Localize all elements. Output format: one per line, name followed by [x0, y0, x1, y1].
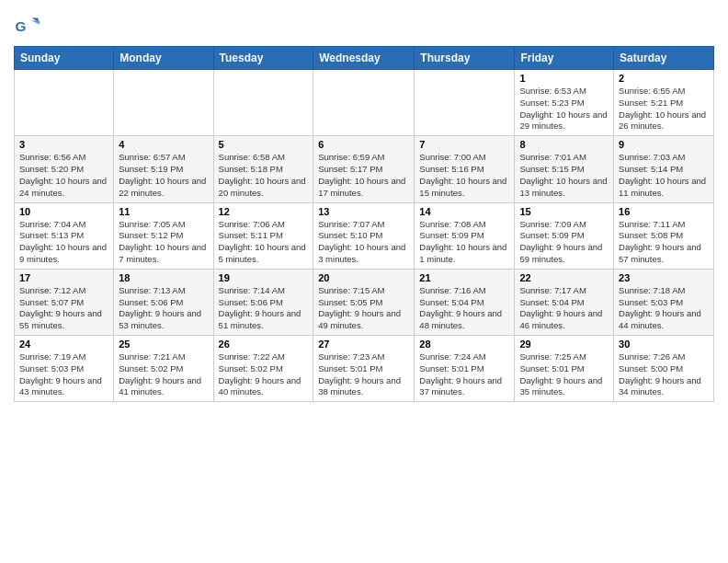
day-info: Sunrise: 7:23 AM Sunset: 5:01 PM Dayligh…	[318, 351, 409, 398]
day-info: Sunrise: 7:03 AM Sunset: 5:14 PM Dayligh…	[619, 152, 709, 199]
calendar-cell	[213, 70, 313, 136]
day-number: 30	[619, 339, 709, 350]
day-info: Sunrise: 7:26 AM Sunset: 5:00 PM Dayligh…	[619, 351, 709, 398]
day-info: Sunrise: 7:16 AM Sunset: 5:04 PM Dayligh…	[419, 285, 509, 332]
calendar-cell: 2Sunrise: 6:55 AM Sunset: 5:21 PM Daylig…	[614, 70, 714, 136]
calendar-cell: 4Sunrise: 6:57 AM Sunset: 5:19 PM Daylig…	[114, 136, 213, 202]
day-info: Sunrise: 6:59 AM Sunset: 5:17 PM Dayligh…	[318, 152, 409, 199]
calendar-cell: 17Sunrise: 7:12 AM Sunset: 5:07 PM Dayli…	[15, 269, 114, 335]
day-info: Sunrise: 7:17 AM Sunset: 5:04 PM Dayligh…	[519, 285, 609, 332]
day-number: 16	[619, 206, 709, 217]
day-info: Sunrise: 6:53 AM Sunset: 5:23 PM Dayligh…	[519, 86, 609, 132]
svg-text:G: G	[15, 18, 26, 34]
calendar-cell: 7Sunrise: 7:00 AM Sunset: 5:16 PM Daylig…	[415, 136, 515, 202]
logo-icon: G	[14, 13, 40, 39]
calendar-cell: 22Sunrise: 7:17 AM Sunset: 5:04 PM Dayli…	[515, 269, 614, 335]
calendar-cell	[114, 70, 213, 136]
day-info: Sunrise: 7:22 AM Sunset: 5:02 PM Dayligh…	[219, 351, 309, 398]
day-info: Sunrise: 7:13 AM Sunset: 5:06 PM Dayligh…	[119, 285, 208, 332]
calendar-cell: 16Sunrise: 7:11 AM Sunset: 5:08 PM Dayli…	[614, 202, 714, 269]
day-number: 20	[318, 272, 409, 283]
calendar-cell: 3Sunrise: 6:56 AM Sunset: 5:20 PM Daylig…	[15, 136, 114, 202]
calendar-table: SundayMondayTuesdayWednesdayThursdayFrid…	[14, 46, 714, 402]
day-number: 19	[219, 272, 309, 283]
day-number: 25	[119, 339, 208, 350]
day-number: 7	[419, 139, 509, 150]
calendar-cell: 20Sunrise: 7:15 AM Sunset: 5:05 PM Dayli…	[313, 269, 415, 335]
calendar-cell: 1Sunrise: 6:53 AM Sunset: 5:23 PM Daylig…	[515, 70, 614, 136]
day-info: Sunrise: 7:18 AM Sunset: 5:03 PM Dayligh…	[619, 285, 709, 332]
calendar-cell: 11Sunrise: 7:05 AM Sunset: 5:12 PM Dayli…	[114, 202, 213, 269]
calendar-cell: 24Sunrise: 7:19 AM Sunset: 5:03 PM Dayli…	[15, 336, 114, 402]
day-info: Sunrise: 7:01 AM Sunset: 5:15 PM Dayligh…	[519, 152, 609, 199]
calendar-cell: 30Sunrise: 7:26 AM Sunset: 5:00 PM Dayli…	[614, 336, 714, 402]
calendar-header-row: SundayMondayTuesdayWednesdayThursdayFrid…	[15, 47, 714, 70]
day-info: Sunrise: 7:09 AM Sunset: 5:09 PM Dayligh…	[519, 219, 609, 266]
calendar-week-row-2: 3Sunrise: 6:56 AM Sunset: 5:20 PM Daylig…	[15, 136, 714, 202]
calendar-cell: 25Sunrise: 7:21 AM Sunset: 5:02 PM Dayli…	[114, 336, 213, 402]
day-info: Sunrise: 6:57 AM Sunset: 5:19 PM Dayligh…	[119, 152, 208, 199]
calendar-cell: 14Sunrise: 7:08 AM Sunset: 5:09 PM Dayli…	[415, 202, 515, 269]
day-number: 26	[219, 339, 309, 350]
calendar-weekday-thursday: Thursday	[415, 47, 515, 70]
day-number: 4	[119, 139, 208, 150]
day-number: 17	[19, 272, 108, 283]
day-number: 3	[19, 139, 108, 150]
page: G SundayMondayTuesdayWednesdayThursdayFr…	[0, 0, 728, 563]
calendar-cell: 8Sunrise: 7:01 AM Sunset: 5:15 PM Daylig…	[515, 136, 614, 202]
calendar-cell	[313, 70, 415, 136]
day-info: Sunrise: 7:15 AM Sunset: 5:05 PM Dayligh…	[318, 285, 409, 332]
day-number: 10	[19, 206, 108, 217]
calendar-weekday-tuesday: Tuesday	[213, 47, 313, 70]
calendar-cell: 13Sunrise: 7:07 AM Sunset: 5:10 PM Dayli…	[313, 202, 415, 269]
calendar-cell: 19Sunrise: 7:14 AM Sunset: 5:06 PM Dayli…	[213, 269, 313, 335]
calendar-cell: 12Sunrise: 7:06 AM Sunset: 5:11 PM Dayli…	[213, 202, 313, 269]
calendar-cell: 6Sunrise: 6:59 AM Sunset: 5:17 PM Daylig…	[313, 136, 415, 202]
calendar-week-row-4: 17Sunrise: 7:12 AM Sunset: 5:07 PM Dayli…	[15, 269, 714, 335]
calendar-cell: 27Sunrise: 7:23 AM Sunset: 5:01 PM Dayli…	[313, 336, 415, 402]
day-number: 13	[318, 206, 409, 217]
logo: G	[14, 13, 43, 39]
day-number: 11	[119, 206, 208, 217]
day-info: Sunrise: 7:14 AM Sunset: 5:06 PM Dayligh…	[219, 285, 309, 332]
day-number: 22	[519, 272, 609, 283]
day-info: Sunrise: 7:06 AM Sunset: 5:11 PM Dayligh…	[219, 219, 309, 266]
calendar-week-row-5: 24Sunrise: 7:19 AM Sunset: 5:03 PM Dayli…	[15, 336, 714, 402]
day-number: 2	[619, 73, 709, 84]
day-number: 12	[219, 206, 309, 217]
day-info: Sunrise: 7:04 AM Sunset: 5:13 PM Dayligh…	[19, 219, 108, 266]
day-number: 18	[119, 272, 208, 283]
day-info: Sunrise: 6:56 AM Sunset: 5:20 PM Dayligh…	[19, 152, 108, 199]
calendar-cell: 23Sunrise: 7:18 AM Sunset: 5:03 PM Dayli…	[614, 269, 714, 335]
day-number: 21	[419, 272, 509, 283]
day-number: 1	[519, 73, 609, 84]
calendar-cell: 9Sunrise: 7:03 AM Sunset: 5:14 PM Daylig…	[614, 136, 714, 202]
calendar-cell: 29Sunrise: 7:25 AM Sunset: 5:01 PM Dayli…	[515, 336, 614, 402]
calendar-cell: 10Sunrise: 7:04 AM Sunset: 5:13 PM Dayli…	[15, 202, 114, 269]
calendar-cell: 18Sunrise: 7:13 AM Sunset: 5:06 PM Dayli…	[114, 269, 213, 335]
day-info: Sunrise: 7:05 AM Sunset: 5:12 PM Dayligh…	[119, 219, 208, 266]
day-number: 5	[219, 139, 309, 150]
day-info: Sunrise: 7:19 AM Sunset: 5:03 PM Dayligh…	[19, 351, 108, 398]
day-info: Sunrise: 7:12 AM Sunset: 5:07 PM Dayligh…	[19, 285, 108, 332]
day-number: 6	[318, 139, 409, 150]
day-info: Sunrise: 7:00 AM Sunset: 5:16 PM Dayligh…	[419, 152, 509, 199]
day-number: 27	[318, 339, 409, 350]
day-info: Sunrise: 6:58 AM Sunset: 5:18 PM Dayligh…	[219, 152, 309, 199]
calendar-cell: 5Sunrise: 6:58 AM Sunset: 5:18 PM Daylig…	[213, 136, 313, 202]
calendar-weekday-friday: Friday	[515, 47, 614, 70]
calendar-week-row-3: 10Sunrise: 7:04 AM Sunset: 5:13 PM Dayli…	[15, 202, 714, 269]
calendar-cell	[15, 70, 114, 136]
calendar-weekday-wednesday: Wednesday	[313, 47, 415, 70]
day-number: 8	[519, 139, 609, 150]
day-info: Sunrise: 7:07 AM Sunset: 5:10 PM Dayligh…	[318, 219, 409, 266]
day-number: 28	[419, 339, 509, 350]
day-number: 24	[19, 339, 108, 350]
header: G	[14, 9, 714, 39]
calendar-cell: 28Sunrise: 7:24 AM Sunset: 5:01 PM Dayli…	[415, 336, 515, 402]
day-info: Sunrise: 7:08 AM Sunset: 5:09 PM Dayligh…	[419, 219, 509, 266]
svg-marker-2	[32, 20, 40, 24]
day-number: 29	[519, 339, 609, 350]
calendar-weekday-saturday: Saturday	[614, 47, 714, 70]
calendar-week-row-1: 1Sunrise: 6:53 AM Sunset: 5:23 PM Daylig…	[15, 70, 714, 136]
